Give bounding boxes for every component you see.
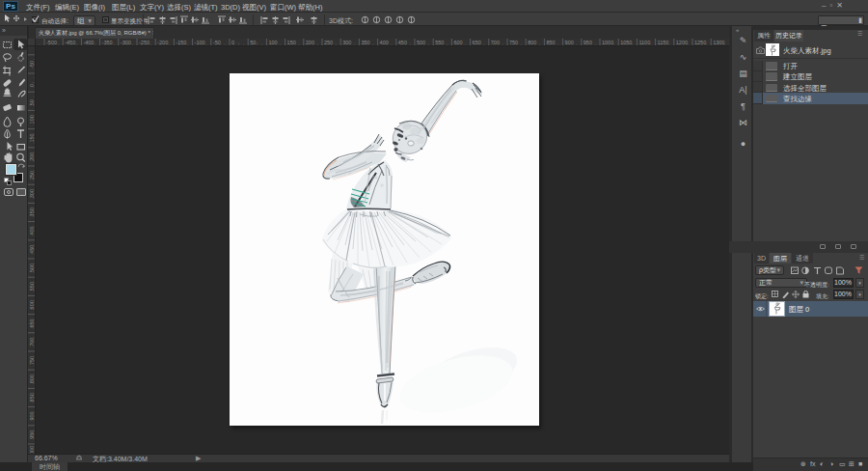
svg-text:1300: 1300 — [713, 40, 724, 45]
svg-text:50: 50 — [29, 99, 35, 105]
svg-text:1150: 1150 — [658, 40, 669, 45]
svg-text:-50: -50 — [213, 40, 221, 45]
svg-text:-150: -150 — [176, 40, 186, 45]
svg-text:-300: -300 — [121, 40, 131, 45]
svg-text:-100: -100 — [195, 40, 205, 45]
svg-text:-450: -450 — [65, 40, 75, 45]
svg-text:-400: -400 — [83, 40, 94, 45]
svg-text:1100: 1100 — [638, 40, 650, 45]
svg-text:0: 0 — [29, 84, 35, 87]
svg-text:1000: 1000 — [29, 446, 35, 454]
svg-text:-350: -350 — [102, 40, 113, 45]
svg-text:1000: 1000 — [602, 40, 613, 45]
svg-text:-250: -250 — [139, 40, 149, 45]
svg-text:1050: 1050 — [620, 40, 632, 45]
svg-text:-200: -200 — [157, 40, 168, 45]
svg-text:-50: -50 — [29, 61, 35, 69]
svg-text:1250: 1250 — [694, 40, 706, 45]
svg-text:1200: 1200 — [676, 40, 688, 45]
svg-text:-500: -500 — [46, 40, 57, 45]
